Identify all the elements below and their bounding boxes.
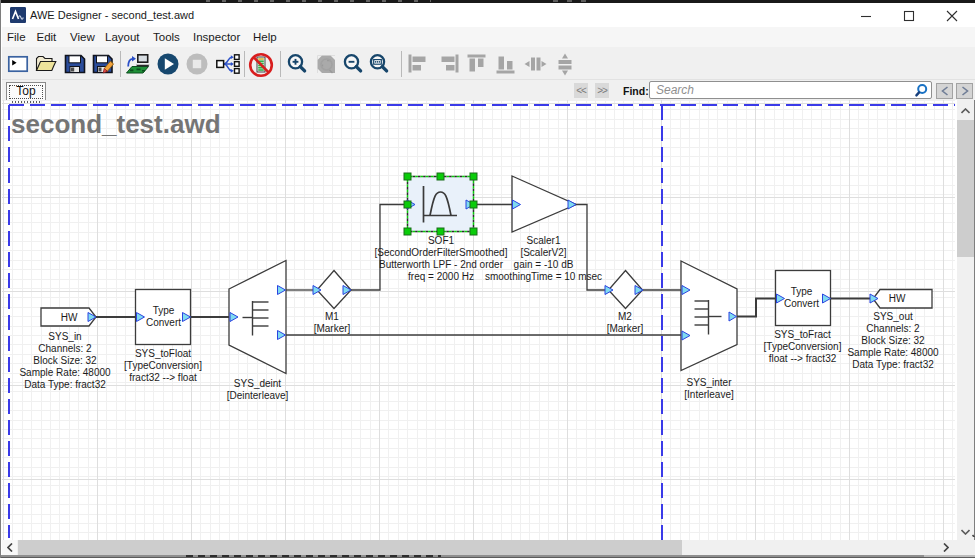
scroll-left-icon[interactable]: [2, 540, 17, 555]
maximize-icon: [903, 10, 915, 22]
pin-scaler1-out[interactable]: [568, 200, 576, 209]
menu-help[interactable]: Help: [253, 27, 277, 47]
annotation-line: float --> fract32: [764, 353, 842, 365]
m2-annotations: M2 [Marker]: [607, 311, 644, 335]
distribute-horizontally-button[interactable]: [523, 52, 549, 78]
new-design-button[interactable]: [6, 52, 32, 78]
block-sys-deint[interactable]: [229, 261, 286, 374]
distribute-vertically-button[interactable]: [553, 52, 579, 78]
align-left-icon: [406, 52, 430, 76]
block-sof1[interactable]: [404, 173, 477, 235]
annotation-line: Block Size: 32: [847, 335, 938, 347]
maximize-button[interactable]: [887, 3, 930, 28]
menu-edit[interactable]: Edit: [37, 27, 57, 47]
block-scaler1[interactable]: [512, 176, 576, 232]
block-m1[interactable]: [313, 271, 351, 309]
sys-inter-annotations: SYS_inter [Interleave]: [684, 377, 733, 401]
find-previous-button[interactable]: <<: [574, 83, 588, 98]
align-bottom-button[interactable]: [494, 52, 520, 78]
annotation-line: SYS_toFloat: [124, 348, 202, 360]
window-title: AWE Designer - second_test.awd: [30, 3, 194, 27]
find-forward-icon: [961, 86, 969, 96]
run-button[interactable]: [156, 52, 182, 78]
distribute-horizontally-icon: [523, 52, 547, 76]
find-back-button[interactable]: [936, 83, 953, 99]
connect-to-target-button[interactable]: [125, 52, 151, 78]
menu-view[interactable]: View: [70, 27, 95, 47]
menu-layout[interactable]: Layout: [105, 27, 140, 47]
annotation-line: Data Type: fract32: [847, 359, 938, 371]
horizontal-scrollbar[interactable]: [2, 540, 955, 555]
scroll-up-icon[interactable]: [957, 102, 974, 119]
run-icon: [156, 52, 180, 76]
menu-bar: File Edit View Layout Tools Inspector He…: [2, 27, 975, 47]
zoom-out-button[interactable]: [341, 52, 367, 78]
app-icon: [10, 7, 26, 23]
toolbar-separator: [244, 51, 245, 77]
zoom-actual-size-button[interactable]: [367, 52, 393, 78]
propagate-changes-icon: [214, 52, 240, 76]
zoom-out-icon: [341, 52, 365, 76]
sys-tofloat-annotations: SYS_toFloat [TypeConversion] fract32 -->…: [124, 348, 202, 384]
align-left-button[interactable]: [406, 52, 432, 78]
annotation-line: fract32 --> float: [124, 372, 202, 384]
vertical-scrollbar[interactable]: [957, 100, 974, 540]
annotation-line: [Marker]: [607, 323, 644, 335]
save-button[interactable]: [63, 52, 89, 78]
block-sys-inter[interactable]: [681, 261, 737, 371]
tab-top[interactable]: Top: [6, 82, 46, 100]
open-file-button[interactable]: [34, 52, 60, 78]
toolbar: [2, 47, 975, 80]
zoom-actual-size-icon: [367, 52, 391, 76]
close-button[interactable]: [930, 3, 973, 28]
zoom-in-button[interactable]: [285, 52, 311, 78]
menu-tools[interactable]: Tools: [153, 27, 180, 47]
chevron-up-icon: [961, 108, 970, 114]
propagate-changes-button[interactable]: [214, 52, 240, 78]
search-icon[interactable]: [913, 83, 929, 98]
design-canvas[interactable]: second_test.awd: [2, 100, 955, 540]
disable-profiling-button[interactable]: [248, 52, 274, 78]
align-right-button[interactable]: [437, 52, 463, 78]
save-icon: [63, 52, 87, 76]
annotation-line: SYS_deint: [227, 378, 289, 390]
wire-inter-tofract[interactable]: [737, 299, 776, 317]
tab-top-label: Top: [7, 84, 45, 98]
find-next-button[interactable]: >>: [595, 83, 609, 98]
scaler1-annotations: Scaler1 [ScalerV2] gain = -10 dB smoothi…: [485, 235, 602, 283]
background-window-marks: [553, 0, 589, 2]
background-window-marks: [206, 0, 431, 2]
horizontal-scrollbar-thumb[interactable]: [18, 540, 682, 555]
stop-button[interactable]: [185, 52, 211, 78]
scroll-right-icon[interactable]: [938, 540, 953, 555]
toolbar-separator: [120, 51, 121, 77]
annotation-line: gain = -10 dB: [485, 259, 602, 271]
sys-in-label: HW: [61, 312, 78, 324]
minimize-button[interactable]: [844, 3, 887, 28]
menu-file[interactable]: File: [7, 27, 26, 47]
search-input[interactable]: [656, 82, 896, 98]
find-back-icon: [941, 86, 949, 96]
open-file-icon: [34, 52, 58, 76]
m1-annotations: M1 [Marker]: [314, 311, 351, 335]
sys-in-annotations: SYS_in Channels: 2 Block Size: 32 Sample…: [19, 331, 110, 391]
chevron-right-icon: [943, 543, 949, 552]
menu-inspector[interactable]: Inspector: [193, 27, 240, 47]
vertical-scrollbar-thumb[interactable]: [957, 120, 974, 257]
annotation-line: [ScalerV2]: [485, 247, 602, 259]
annotation-line: [TypeConversion]: [124, 360, 202, 372]
annotation-line: [Marker]: [314, 323, 351, 335]
align-top-button[interactable]: [465, 52, 491, 78]
find-forward-button[interactable]: [956, 83, 973, 99]
sys-tofloat-label: Type Convert: [140, 305, 188, 329]
stop-icon: [185, 52, 209, 76]
new-design-icon: [6, 52, 30, 76]
close-icon: [946, 10, 958, 22]
annotation-line: M1: [314, 311, 351, 323]
annotation-line: [TypeConversion]: [764, 341, 842, 353]
zoom-to-fit-button[interactable]: [314, 52, 340, 78]
save-as-button[interactable]: [91, 52, 117, 78]
annotation-line: Sample Rate: 48000: [847, 347, 938, 359]
block-m2[interactable]: [605, 271, 643, 309]
annotation-line: [Deinterleave]: [227, 390, 289, 402]
